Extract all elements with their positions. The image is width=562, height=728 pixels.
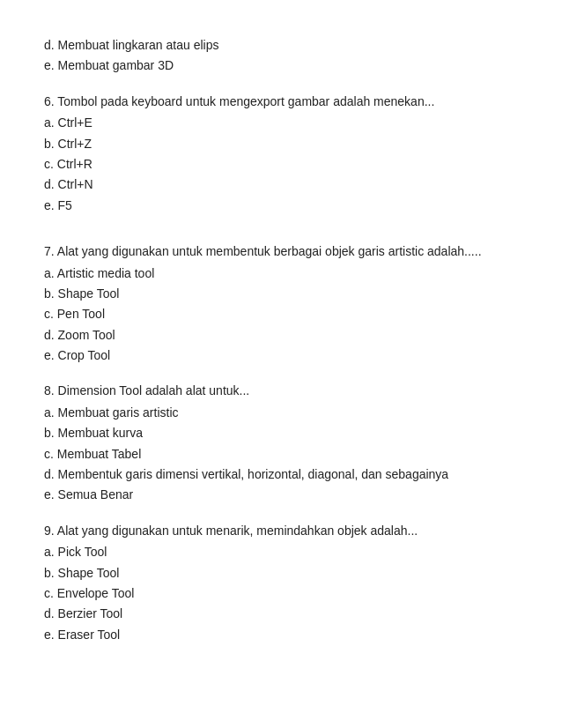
q7-option-c: c. Pen Tool <box>44 304 518 323</box>
q6-option-e: e. F5 <box>44 196 518 215</box>
q7-option-e: e. Crop Tool <box>44 345 518 365</box>
q9-option-b: b. Shape Tool <box>44 563 518 583</box>
q9-option-a: a. Pick Tool <box>44 542 518 561</box>
q6-option-b: b. Ctrl+Z <box>44 134 518 153</box>
q6-option-d: d. Ctrl+N <box>44 175 518 194</box>
q9-option-e: e. Eraser Tool <box>44 625 518 644</box>
q8-option-c: c. Membuat Tabel <box>44 444 518 464</box>
q8-option-b: b. Membuat kurva <box>44 423 518 442</box>
intro-line-e: e. Membuat gambar 3D <box>44 56 518 75</box>
q8-option-a: a. Membuat garis artistic <box>44 403 518 422</box>
q8-text: 8. Dimension Tool adalah alat untuk... <box>44 381 518 400</box>
q7-option-d: d. Zoom Tool <box>44 325 518 345</box>
intro-line-d: d. Membuat lingkaran atau elips <box>44 35 518 55</box>
q7-option-b: b. Shape Tool <box>44 284 518 303</box>
q8-option-d: d. Membentuk garis dimensi vertikal, hor… <box>44 464 518 484</box>
q7-option-a: a. Artistic media tool <box>44 264 518 283</box>
intro-block: d. Membuat lingkaran atau elips e. Membu… <box>44 35 518 76</box>
q7-text: 7. Alat yang digunakan untuk membentuk b… <box>44 241 518 261</box>
q9-option-c: c. Envelope Tool <box>44 583 518 603</box>
page-content: d. Membuat lingkaran atau elips e. Membu… <box>44 35 518 644</box>
question-9: 9. Alat yang digunakan untuk menarik, me… <box>44 521 518 644</box>
question-6: 6. Tombol pada keyboard untuk mengexport… <box>44 92 518 215</box>
question-8: 8. Dimension Tool adalah alat untuk... a… <box>44 381 518 504</box>
q6-text: 6. Tombol pada keyboard untuk mengexport… <box>44 92 518 111</box>
q6-option-c: c. Ctrl+R <box>44 154 518 174</box>
q9-option-d: d. Berzier Tool <box>44 604 518 623</box>
q6-option-a: a. Ctrl+E <box>44 113 518 132</box>
q8-option-e: e. Semua Benar <box>44 485 518 504</box>
q9-text: 9. Alat yang digunakan untuk menarik, me… <box>44 521 518 540</box>
question-7: 7. Alat yang digunakan untuk membentuk b… <box>44 241 518 365</box>
